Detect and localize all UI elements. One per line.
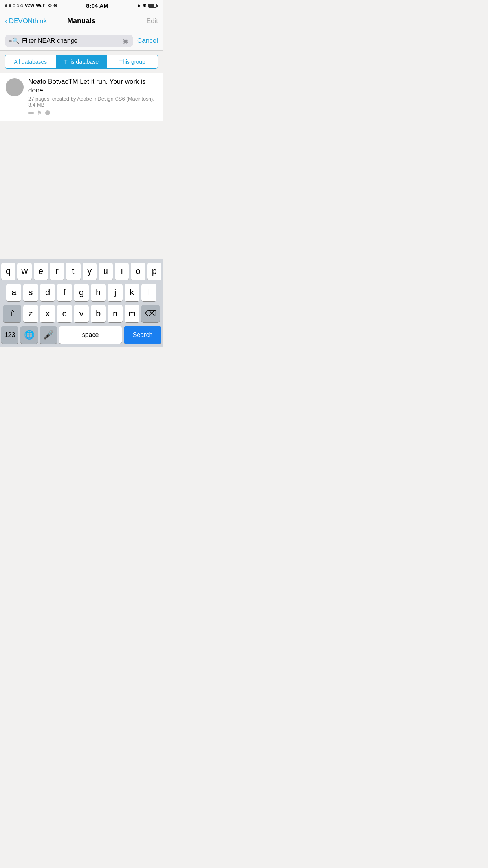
- keyboard-row-4: 123 🌐 🎤 space Search: [1, 326, 161, 344]
- key-o[interactable]: o: [131, 263, 145, 280]
- status-bar: VZW Wi-Fi ⊙ ✳ 8:04 AM ▶ ✱: [0, 0, 163, 11]
- search-input[interactable]: [22, 37, 119, 44]
- status-right: ▶ ✱: [138, 3, 158, 8]
- empty-area: [0, 121, 163, 259]
- key-h[interactable]: h: [91, 284, 106, 301]
- battery-fill: [149, 4, 154, 7]
- bluetooth-icon: ✱: [143, 3, 146, 8]
- key-v[interactable]: v: [74, 305, 89, 322]
- signal-dots: [5, 4, 23, 7]
- key-e[interactable]: e: [34, 263, 48, 280]
- key-g[interactable]: g: [74, 284, 89, 301]
- key-m[interactable]: m: [125, 305, 139, 322]
- dot-1: [5, 4, 7, 7]
- result-info: Neato BotvacTM Let it run. Your work is …: [28, 77, 157, 116]
- key-r[interactable]: r: [50, 263, 64, 280]
- carrier-label: VZW: [25, 3, 34, 8]
- circle-icon: [45, 110, 50, 115]
- key-s[interactable]: s: [23, 284, 38, 301]
- key-j[interactable]: j: [108, 284, 123, 301]
- key-p[interactable]: p: [147, 263, 161, 280]
- battery-indicator: [148, 4, 158, 8]
- result-meta: 27 pages, created by Adobe InDesign CS6 …: [28, 96, 157, 108]
- keyboard-row-1: q w e r t y u i o p: [1, 263, 161, 280]
- segment-this-database[interactable]: This database: [56, 55, 107, 68]
- numbers-key[interactable]: 123: [1, 326, 18, 344]
- keyboard-row-3: ⇧ z x c v b n m ⌫: [1, 305, 161, 322]
- back-button[interactable]: ‹ DEVONthink: [5, 17, 48, 26]
- edit-button[interactable]: Edit: [115, 17, 158, 25]
- keyboard-row-2: a s d f g h j k l: [1, 284, 161, 301]
- space-key[interactable]: space: [59, 326, 122, 344]
- battery-tip: [157, 5, 158, 7]
- key-b[interactable]: b: [91, 305, 106, 322]
- flag-icon: ⚑: [37, 110, 42, 116]
- clear-button[interactable]: ◉: [121, 37, 129, 45]
- dot-2: [9, 4, 11, 7]
- search-bar-container: ●🔍 ◉ Cancel: [0, 31, 163, 51]
- dot-5: [20, 4, 23, 7]
- table-row[interactable]: Neato BotvacTM Let it run. Your work is …: [0, 73, 163, 121]
- key-y[interactable]: y: [83, 263, 97, 280]
- loading-icon: ✳: [53, 3, 57, 8]
- key-l[interactable]: l: [141, 284, 156, 301]
- scope-segment-control: All databases This database This group: [5, 55, 158, 69]
- back-chevron-icon: ‹: [5, 17, 7, 26]
- page-title: Manuals: [48, 17, 115, 25]
- cancel-button[interactable]: Cancel: [137, 37, 158, 45]
- key-c[interactable]: c: [57, 305, 72, 322]
- segment-all-databases[interactable]: All databases: [5, 55, 56, 68]
- key-z[interactable]: z: [23, 305, 38, 322]
- search-key[interactable]: Search: [124, 326, 161, 344]
- search-icon: ●🔍: [9, 37, 20, 44]
- status-left: VZW Wi-Fi ⊙ ✳: [5, 3, 57, 8]
- search-input-wrapper: ●🔍 ◉: [5, 35, 133, 47]
- location-icon: ▶: [138, 3, 141, 8]
- result-title: Neato BotvacTM Let it run. Your work is …: [28, 77, 157, 95]
- key-n[interactable]: n: [108, 305, 123, 322]
- result-icons: ⚑: [28, 110, 157, 116]
- microphone-key[interactable]: 🎤: [40, 326, 57, 344]
- keyboard: q w e r t y u i o p a s d f g h j k l ⇧ …: [0, 259, 163, 347]
- status-time: 8:04 AM: [86, 2, 108, 9]
- shift-key[interactable]: ⇧: [3, 305, 21, 322]
- network-label: Wi-Fi: [36, 3, 46, 8]
- delete-key[interactable]: ⌫: [141, 305, 160, 322]
- result-thumbnail: [6, 78, 24, 96]
- key-i[interactable]: i: [115, 263, 129, 280]
- key-d[interactable]: d: [40, 284, 55, 301]
- key-f[interactable]: f: [57, 284, 72, 301]
- nav-bar: ‹ DEVONthink Manuals Edit: [0, 11, 163, 31]
- battery-body: [148, 4, 157, 8]
- back-label: DEVONthink: [9, 17, 47, 25]
- dot-3: [13, 4, 15, 7]
- key-w[interactable]: w: [17, 263, 31, 280]
- key-u[interactable]: u: [99, 263, 113, 280]
- key-q[interactable]: q: [1, 263, 15, 280]
- key-a[interactable]: a: [6, 284, 21, 301]
- results-list: Neato BotvacTM Let it run. Your work is …: [0, 73, 163, 121]
- key-x[interactable]: x: [40, 305, 55, 322]
- segment-this-group[interactable]: This group: [106, 55, 158, 68]
- key-t[interactable]: t: [66, 263, 80, 280]
- dash-icon: [28, 112, 34, 114]
- key-k[interactable]: k: [125, 284, 139, 301]
- wifi-icon: ⊙: [48, 3, 52, 8]
- dot-4: [17, 4, 19, 7]
- globe-key[interactable]: 🌐: [20, 326, 38, 344]
